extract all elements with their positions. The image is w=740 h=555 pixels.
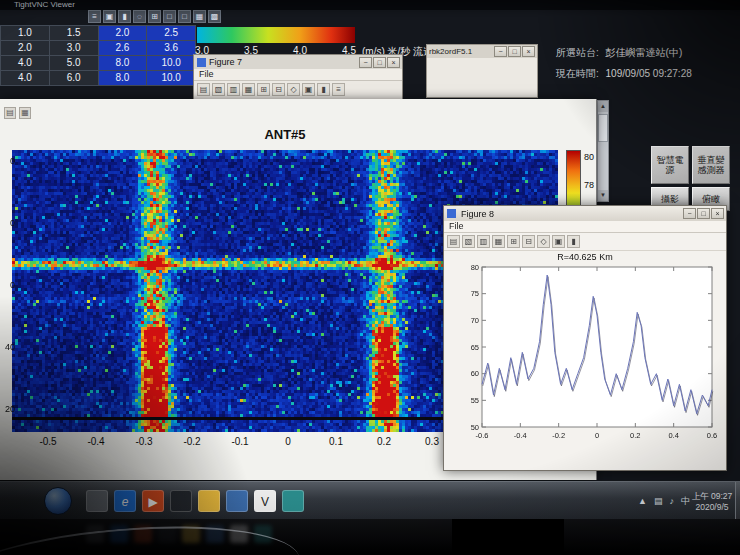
x-tick-label: 0.1: [321, 436, 351, 447]
velocity-colorbar: [197, 27, 355, 43]
taskbar-clock[interactable]: 上午 09:27 2020/9/5: [691, 491, 733, 513]
start-button[interactable]: [44, 487, 72, 515]
table-cell: 1.0: [1, 26, 49, 40]
station-value: 彭佳嶼雷達站(中): [606, 47, 683, 58]
open-icon[interactable]: ▧: [212, 83, 225, 96]
print-icon[interactable]: ▦: [242, 83, 255, 96]
table-cell: 2.0: [99, 26, 147, 40]
pause-icon[interactable]: ▮: [118, 10, 131, 23]
figure7-titlebar[interactable]: Figure 7: [194, 55, 402, 69]
side-button[interactable]: 垂直變感測器: [692, 146, 730, 184]
internet-explorer-icon[interactable]: e: [114, 490, 136, 512]
zoom-in-icon[interactable]: ⊞: [507, 235, 520, 248]
ctrl-key-icon[interactable]: □: [163, 10, 176, 23]
figure8-titlebar[interactable]: Figure 8: [444, 206, 726, 221]
figure8-file-menu[interactable]: File: [444, 221, 726, 233]
desktop: TightVNC Viewer ≡▣▮◌⊞□□▦▩ 1.01.52.02.52.…: [0, 0, 740, 555]
zoom-out-icon[interactable]: ⊟: [522, 235, 535, 248]
open-icon[interactable]: ▧: [462, 235, 475, 248]
minimize-icon[interactable]: [683, 208, 696, 219]
window-tool-icon[interactable]: ▤: [4, 107, 16, 119]
app-teal-icon[interactable]: [282, 490, 304, 512]
alt-key-icon[interactable]: □: [178, 10, 191, 23]
station-panel: 所選站台: 彭佳嶼雷達站(中) 現在時間: 109/09/05 09:27:28: [556, 46, 738, 88]
refresh-icon[interactable]: ◌: [133, 10, 146, 23]
table-cell: 3.0: [50, 41, 98, 55]
x-tick-label: -0.2: [177, 436, 207, 447]
info-icon[interactable]: ▣: [103, 10, 116, 23]
datatip-icon[interactable]: ▣: [302, 83, 315, 96]
svg-text:-0.4: -0.4: [514, 431, 527, 440]
app-grey-icon[interactable]: [86, 490, 108, 512]
scroll-up-icon[interactable]: ▲: [598, 101, 608, 112]
datatip-icon[interactable]: ▣: [552, 235, 565, 248]
window-tool-icon[interactable]: ▦: [19, 107, 31, 119]
media-player-icon[interactable]: ▶: [142, 490, 164, 512]
vnc-titlebar[interactable]: TightVNC Viewer: [0, 0, 740, 10]
figure7-window[interactable]: Figure 7 File ▤▧▥▦⊞⊟◇▣▮≡: [193, 54, 403, 100]
ctrl-alt-del-icon[interactable]: ⊞: [148, 10, 161, 23]
volume-icon[interactable]: ♪: [670, 494, 675, 508]
table-cell: 10.0: [147, 71, 195, 85]
save-icon[interactable]: ▥: [477, 235, 490, 248]
colorbar-icon[interactable]: ▮: [317, 83, 330, 96]
plot-title: ANT#5: [0, 127, 570, 142]
pan-icon[interactable]: ◇: [287, 83, 300, 96]
close-icon[interactable]: [711, 208, 724, 219]
rbk-window[interactable]: rbk2ordF5.1: [426, 44, 538, 98]
connection-options-icon[interactable]: ≡: [88, 10, 101, 23]
scrollbar-thumb[interactable]: [598, 114, 608, 142]
rbk-titlebar[interactable]: rbk2ordF5.1: [427, 45, 537, 58]
x-tick-label: 0: [273, 436, 303, 447]
side-button[interactable]: 智慧電源: [651, 146, 689, 184]
x-tick-label: -0.3: [129, 436, 159, 447]
y-tick-label: 0: [0, 218, 15, 228]
figure7-file-menu[interactable]: File: [194, 69, 402, 81]
vertical-scrollbar[interactable]: ▲ ▼: [597, 100, 609, 202]
vnc-viewer-icon[interactable]: V: [254, 490, 276, 512]
scroll-down-icon[interactable]: ▼: [598, 190, 608, 201]
new-figure-icon[interactable]: ▤: [447, 235, 460, 248]
folder-icon[interactable]: [198, 490, 220, 512]
fullscreen-icon[interactable]: ▦: [193, 10, 206, 23]
table-cell: 5.0: [50, 56, 98, 70]
figure8-window[interactable]: Figure 8 File ▤▧▥▦⊞⊟◇▣▮ R=40.625 Km 8075…: [443, 205, 727, 471]
x-tick-label: -0.4: [81, 436, 111, 447]
app-dark-icon[interactable]: [170, 490, 192, 512]
new-figure-icon[interactable]: ▤: [197, 83, 210, 96]
figure8-title: Figure 8: [459, 209, 682, 219]
legend-icon[interactable]: ≡: [332, 83, 345, 96]
cable: [0, 513, 303, 555]
taskbar: e▶V ▲▤♪中 上午 09:27 2020/9/5: [0, 481, 740, 519]
save-icon[interactable]: ▥: [227, 83, 240, 96]
display-icon[interactable]: ▤: [654, 494, 663, 508]
pan-icon[interactable]: ◇: [537, 235, 550, 248]
close-icon[interactable]: [387, 57, 400, 68]
up-arrow-icon[interactable]: ▲: [638, 494, 647, 508]
maximize-icon[interactable]: [697, 208, 710, 219]
ime-chinese-icon[interactable]: 中: [681, 494, 690, 508]
x-tick-label: -0.1: [225, 436, 255, 447]
print-icon[interactable]: ▦: [492, 235, 505, 248]
tray-icons: ▲▤♪中: [638, 494, 690, 508]
close-icon[interactable]: [522, 46, 535, 57]
zoom-out-icon[interactable]: ⊟: [272, 83, 285, 96]
table-cell: 4.0: [1, 71, 49, 85]
show-desktop-button[interactable]: [735, 482, 740, 519]
minimize-icon[interactable]: [494, 46, 507, 57]
zoom-in-icon[interactable]: ⊞: [257, 83, 270, 96]
minimize-icon[interactable]: [359, 57, 372, 68]
colorbar-tick-label: 78: [584, 180, 594, 190]
y-tick-label: 20: [0, 404, 15, 414]
clock-date: 2020/9/5: [691, 502, 733, 513]
table-cell: 6.0: [50, 71, 98, 85]
figure7-title: Figure 7: [209, 57, 358, 67]
svg-text:0.6: 0.6: [707, 431, 717, 440]
maximize-icon[interactable]: [373, 57, 386, 68]
maximize-icon[interactable]: [508, 46, 521, 57]
colorbar-icon[interactable]: ▮: [567, 235, 580, 248]
settings-icon[interactable]: ▩: [208, 10, 221, 23]
app-blue-icon[interactable]: [226, 490, 248, 512]
mainfig-toolbar: ▤ ▦: [4, 107, 31, 119]
clock-time: 上午 09:27: [691, 491, 733, 502]
